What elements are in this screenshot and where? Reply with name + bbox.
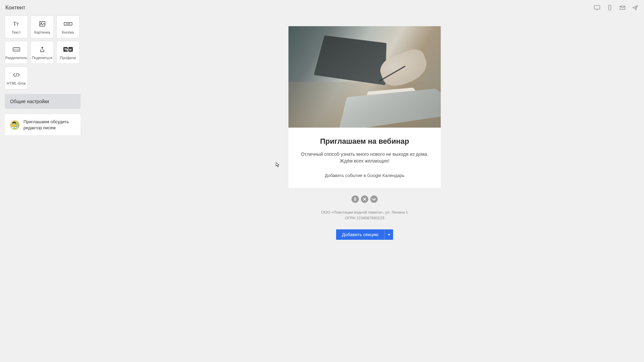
ok-social-icon[interactable] <box>352 195 359 203</box>
avatar-icon: 👨‍🔬 <box>10 120 19 130</box>
feedback-text: Приглашаем обсудить редактор писем <box>23 119 75 131</box>
divider-icon <box>13 45 20 54</box>
block-label: Профили <box>60 56 76 60</box>
block-label: HTML-блок <box>7 81 26 85</box>
x-social-icon[interactable] <box>361 195 368 203</box>
share-icon <box>40 45 45 54</box>
svg-rect-2 <box>609 5 611 10</box>
email-description: Отличный способ узнать много нового не в… <box>297 151 433 164</box>
email-title: Приглашаем на вебинар <box>297 137 433 146</box>
svg-text:w: w <box>69 48 72 51</box>
svg-point-16 <box>355 198 356 199</box>
footer-ogrn: ОГРН 1234567890123 <box>321 215 408 221</box>
general-settings-button[interactable]: Общие настройки <box>5 94 80 109</box>
desktop-preview-icon[interactable] <box>594 5 600 11</box>
email-hero-image[interactable] <box>288 26 441 128</box>
html-icon <box>13 71 20 79</box>
send-icon[interactable] <box>632 5 639 11</box>
feedback-card[interactable]: 👨‍🔬 Приглашаем обсудить редактор писем <box>5 114 80 135</box>
svg-line-15 <box>16 73 17 77</box>
page-title: Контент <box>5 5 25 11</box>
button-icon <box>64 19 72 28</box>
block-html[interactable]: HTML-блок <box>5 66 28 89</box>
inbox-icon[interactable] <box>619 5 626 11</box>
add-section-button[interactable]: Добавить секцию <box>336 229 385 240</box>
svg-rect-0 <box>594 5 600 9</box>
block-text[interactable]: Тт Текст <box>5 15 28 38</box>
block-label: Картинка <box>34 30 50 34</box>
svg-text:Тт: Тт <box>13 21 19 27</box>
block-image[interactable]: Картинка <box>31 15 54 38</box>
block-label: Разделитель <box>5 56 27 60</box>
block-share[interactable]: Поделиться <box>31 41 54 64</box>
block-button[interactable]: Кнопка <box>56 15 79 38</box>
image-icon <box>39 19 45 28</box>
add-section-dropdown[interactable] <box>384 229 393 240</box>
text-icon: Тт <box>13 19 20 28</box>
profiles-icon: %w <box>63 45 73 54</box>
canvas-area[interactable]: Приглашаем на вебинар Отличный способ уз… <box>85 15 483 362</box>
svg-text:%: % <box>64 47 68 51</box>
vk-social-icon[interactable] <box>370 195 378 203</box>
email-calendar-link[interactable]: Добавить событие в Google Календарь <box>297 173 433 178</box>
block-profiles[interactable]: %w Профили <box>56 41 79 64</box>
block-divider[interactable]: Разделитель <box>5 41 28 64</box>
footer-company: ООО «Плантации водной памяти», ул. Ленин… <box>321 210 408 215</box>
block-label: Текст <box>12 30 21 34</box>
block-label: Кнопка <box>62 30 74 34</box>
block-label: Поделиться <box>32 56 52 60</box>
email-body[interactable]: Приглашаем на вебинар Отличный способ уз… <box>288 128 441 188</box>
svg-point-6 <box>41 22 42 24</box>
mobile-preview-icon[interactable] <box>606 5 613 11</box>
